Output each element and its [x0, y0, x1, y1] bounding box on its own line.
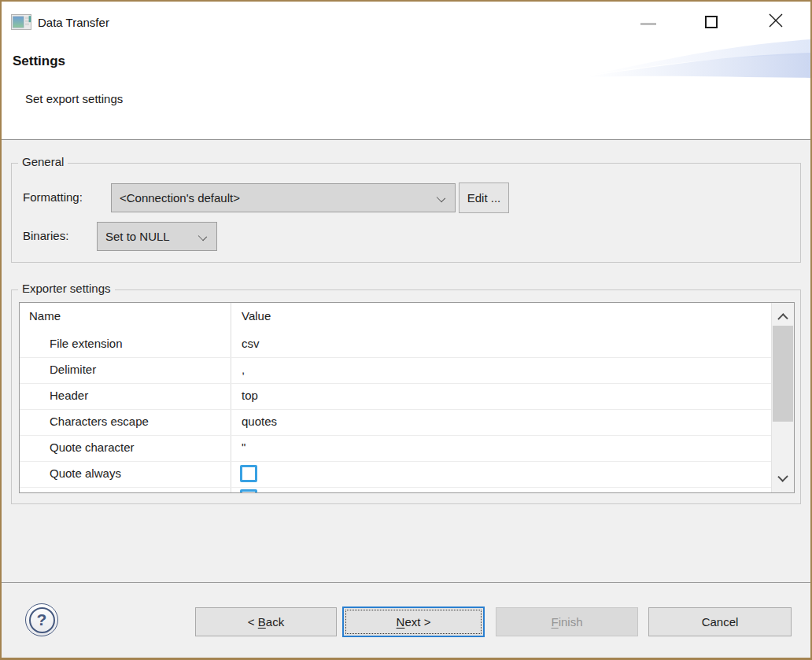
next-label-mnemonic: N — [397, 615, 405, 629]
table-row[interactable]: Quote character " — [20, 436, 771, 462]
button-bar: ? < Back Next > Finish Cancel — [2, 583, 810, 658]
finish-label-mnemonic: F — [551, 615, 558, 629]
wizard-banner: Data Transfer Settings Set export settin… — [2, 2, 810, 140]
data-transfer-app-icon — [11, 13, 31, 31]
setting-value[interactable]: , — [242, 363, 245, 376]
scroll-up-icon[interactable] — [777, 313, 788, 323]
data-transfer-dialog: Data Transfer Settings Set export settin… — [0, 0, 812, 660]
partial-next-row — [20, 488, 771, 492]
cancel-label: Cancel — [702, 615, 739, 629]
column-header-value: Value — [242, 309, 271, 323]
formatting-label: Formatting: — [23, 190, 83, 204]
next-button[interactable]: Next > — [342, 607, 485, 637]
setting-name: Delimiter — [50, 363, 96, 376]
next-label-suffix: ext > — [404, 615, 430, 629]
next-row-checkbox-partial[interactable] — [240, 489, 257, 492]
binaries-select[interactable]: Set to NULL — [97, 222, 217, 251]
exporter-group-legend: Exporter settings — [18, 282, 115, 295]
column-header-name: Name — [29, 309, 61, 323]
back-button[interactable]: < Back — [195, 607, 337, 636]
page-title: Settings — [13, 53, 65, 69]
table-row[interactable]: Header top — [20, 384, 771, 410]
table-header-row: Name Value — [20, 303, 771, 332]
quote-always-checkbox[interactable] — [240, 465, 257, 482]
back-label-mnemonic: B — [258, 615, 266, 629]
window-title: Data Transfer — [38, 16, 109, 29]
setting-name: Characters escape — [50, 415, 149, 428]
binaries-selected-value: Set to NULL — [105, 230, 170, 243]
edit-button[interactable]: Edit ... — [459, 183, 509, 213]
chevron-down-icon — [198, 232, 207, 241]
question-mark-icon: ? — [29, 607, 55, 633]
table-row[interactable]: Characters escape quotes — [20, 410, 771, 436]
table-row[interactable]: File extension csv — [20, 332, 771, 358]
setting-value[interactable]: csv — [242, 337, 260, 350]
setting-name: File extension — [50, 337, 123, 350]
formatting-select[interactable]: <Connection's default> — [111, 183, 456, 212]
formatting-selected-value: <Connection's default> — [120, 191, 240, 205]
help-button[interactable]: ? — [25, 603, 58, 636]
banner-swoosh-decoration — [587, 36, 810, 79]
vertical-scrollbar[interactable] — [771, 303, 794, 492]
setting-value[interactable]: top — [242, 389, 258, 402]
setting-name: Quote character — [50, 441, 135, 454]
scrollbar-thumb[interactable] — [773, 326, 793, 422]
close-icon[interactable] — [766, 11, 785, 30]
general-group: General Formatting: <Connection's defaul… — [11, 163, 801, 263]
binaries-label: Binaries: — [23, 229, 68, 242]
back-label-prefix: < — [248, 615, 258, 629]
table-row[interactable]: Delimiter , — [20, 358, 771, 384]
maximize-icon[interactable] — [705, 16, 718, 28]
setting-value[interactable]: " — [242, 441, 245, 454]
scroll-down-icon[interactable] — [777, 471, 788, 481]
setting-name: Header — [50, 389, 88, 402]
page-subtitle: Set export settings — [25, 92, 123, 105]
minimize-icon[interactable] — [640, 23, 656, 25]
setting-value[interactable]: quotes — [242, 415, 277, 428]
exporter-settings-group: Exporter settings Name Value File extens… — [11, 289, 801, 504]
exporter-settings-table: Name Value File extension csv Delimiter … — [19, 302, 795, 493]
finish-label-suffix: inish — [559, 615, 583, 629]
table-row[interactable]: Quote always — [20, 462, 771, 488]
back-label-suffix: ack — [266, 615, 284, 629]
finish-button: Finish — [496, 607, 638, 636]
general-group-legend: General — [18, 155, 68, 168]
setting-name: Quote always — [50, 466, 121, 480]
question-mark-glyph: ? — [37, 610, 47, 629]
chevron-down-icon — [437, 194, 445, 202]
cancel-button[interactable]: Cancel — [648, 607, 792, 636]
